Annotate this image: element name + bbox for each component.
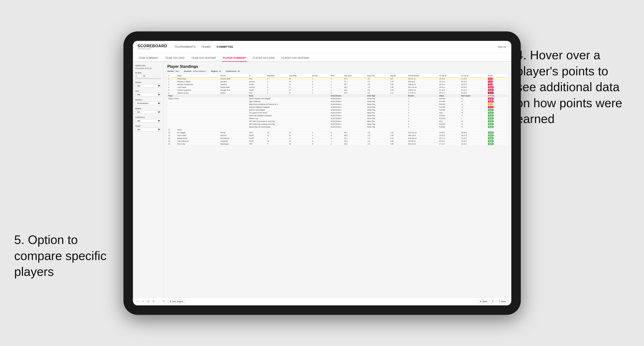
no-rds-from-input[interactable] bbox=[135, 75, 142, 77]
tooltip-row: Amer An Intercollegiate NCAA Division I … bbox=[168, 108, 508, 111]
col-wins: Wins bbox=[330, 74, 344, 77]
table-row: 25 Cole Sherwood Vanderbilt Fourth 12 23… bbox=[168, 140, 508, 142]
col-conf-rank: Conf Rank bbox=[288, 74, 311, 77]
table-row: 5 Christo Lamprecht Georgia Tech Fourth … bbox=[168, 89, 508, 91]
view-icon: 👁 bbox=[170, 300, 172, 303]
watch-icon: 👁 bbox=[480, 300, 482, 303]
main-content: Update time: 27/01/2024 16:56:26 No Rds.… bbox=[133, 62, 511, 297]
filter-row: Gender: Men Division: NCAA Division I Re… bbox=[168, 70, 508, 72]
tooltip-row: Southern Highlands Collegiate NCAA Divis… bbox=[168, 106, 508, 108]
sidebar-region: Region N/A bbox=[135, 107, 161, 114]
no-rds-row bbox=[135, 75, 161, 77]
col-rank: # bbox=[168, 74, 176, 77]
view-original-button[interactable]: 👁 View: Original bbox=[168, 300, 185, 303]
nav-tournaments[interactable]: TOURNAMENTS bbox=[174, 45, 196, 48]
standings-table: # Player School Yr Reg Rank Conf Rank No… bbox=[168, 74, 508, 146]
points-badge[interactable]: 38.49 bbox=[488, 143, 494, 145]
page-wrapper: 4. Hover over a player's points to see a… bbox=[0, 0, 644, 346]
copy-icon[interactable]: ⧉ bbox=[152, 300, 155, 303]
table-row: 4 Luke Claton Florida State Second 5 27 … bbox=[168, 86, 508, 89]
col-adj-score: Adj. Score bbox=[343, 74, 366, 77]
points-badge[interactable]: 40.27 bbox=[488, 134, 494, 137]
sidebar-gender: Gender Men bbox=[135, 81, 161, 88]
tablet-screen: SCOREBOARD Powered by clippi TOURNAMENTS… bbox=[133, 41, 511, 305]
conference-select[interactable]: (All) bbox=[135, 119, 161, 123]
tooltip-row: Williams Cup NCAA Division I Stroke Play… bbox=[168, 117, 508, 120]
col-avg-to-par: Avg to Par bbox=[366, 74, 389, 77]
table-row: 24 Bastien Amat New Mexico Fourth 1 27 2… bbox=[168, 137, 508, 140]
division-select[interactable]: NCAA Division I bbox=[135, 102, 161, 105]
tablet-device: SCOREBOARD Powered by clippi TOURNAMENTS… bbox=[124, 31, 521, 315]
tab-player-summary[interactable]: PLAYER SUMMARY bbox=[222, 55, 247, 62]
table-row: 6 Jackson Kolson Auburn First 2 27 1 0 6… bbox=[168, 91, 508, 94]
sidebar-no-rds: No Rds. bbox=[135, 72, 161, 79]
tooltip-row: The Cypress Point Classic NCAA Division … bbox=[168, 111, 508, 114]
share-icon: ↗ bbox=[498, 300, 500, 303]
points-badge[interactable]: 40.58 bbox=[488, 132, 494, 134]
points-badge[interactable]: 40.02 bbox=[488, 137, 494, 139]
app-logo: SCOREBOARD bbox=[138, 44, 168, 48]
tab-team-h2h-heatmap[interactable]: TEAM H2H HEATMAP bbox=[190, 55, 217, 62]
sidebar-filters: Update time: 27/01/2024 16:56:26 No Rds.… bbox=[133, 62, 164, 297]
tab-player-h2h-grid[interactable]: PLAYER H2H GRID bbox=[252, 55, 276, 62]
standings-title: Player Standings bbox=[168, 64, 508, 69]
download-icon[interactable]: ⬇ bbox=[491, 300, 494, 303]
table-row: 2 Michael Le Sasso Ole Miss Second 1 18 … bbox=[168, 80, 508, 83]
points-badge[interactable]: 68.54 bbox=[488, 86, 494, 88]
filter-region: Region: All bbox=[211, 70, 221, 72]
filter-division: Division: NCAA Division I bbox=[184, 70, 206, 72]
points-badge[interactable]: 70.2 bbox=[488, 83, 493, 85]
bottom-toolbar: ↩ ↪ ⚙ ⧉ ··· ⏱ 👁 View: Original 👁 Watch ⬇… bbox=[133, 297, 511, 305]
watch-button[interactable]: 👁 Watch bbox=[478, 300, 490, 303]
content-area: Player Standings Gender: Men Division: N… bbox=[164, 62, 511, 297]
tooltip-row: SEC Stroke Play hosted by Jerry Pate NCA… bbox=[168, 123, 508, 125]
table-row: 1 Wenyi Ding Arizona State First 1 15 1 … bbox=[168, 77, 508, 80]
col-vs-top50: Vs Top 50 bbox=[460, 74, 487, 77]
tab-team-summary[interactable]: TEAM SUMMARY bbox=[138, 55, 160, 62]
sidebar-player: Player (All) bbox=[135, 125, 161, 131]
redo-icon[interactable]: ↪ bbox=[142, 300, 145, 303]
filter-gender: Gender: Men bbox=[168, 70, 179, 72]
year-select[interactable]: (All) bbox=[135, 93, 161, 96]
table-row: 3 Michael Thorbjornsen Stanford Fourth 1… bbox=[168, 83, 508, 86]
col-player: Player bbox=[176, 74, 220, 77]
col-no-rds: No Rds. bbox=[311, 74, 330, 77]
no-rds-to-input[interactable] bbox=[143, 75, 150, 77]
table-header-row: # Player School Yr Reg Rank Conf Rank No… bbox=[168, 74, 508, 77]
points-badge[interactable]: 38.95 bbox=[488, 140, 494, 142]
more-icon[interactable]: ··· bbox=[157, 300, 160, 303]
clock-icon[interactable]: ⏱ bbox=[162, 300, 166, 303]
col-avg-sg: Avg SG bbox=[389, 74, 407, 77]
points-badge[interactable]: 88.2 bbox=[488, 78, 493, 80]
nav-committee[interactable]: COMMITTEE bbox=[217, 45, 234, 48]
table-row: 23 Jack Lundin Missouri Fourth 11 24 0 1… bbox=[168, 134, 508, 137]
tooltip-row: Wake Forest Invitational at Pinehurst No… bbox=[168, 103, 508, 106]
no-rds-slider[interactable] bbox=[135, 78, 161, 79]
tooltip-row: SEC Match Play hosted by Jerry Pate NCAA… bbox=[168, 120, 508, 123]
annotation-right: 4. Hover over a player's points to see a… bbox=[516, 47, 630, 127]
sidebar-conference: Conference (All) bbox=[135, 116, 161, 123]
points-badge[interactable]: 80.49 bbox=[488, 89, 494, 91]
points-badge[interactable]: 76.3 bbox=[488, 81, 493, 83]
nav-teams[interactable]: TEAMS bbox=[201, 45, 211, 48]
col-overall-record: Overall Record bbox=[407, 74, 438, 77]
table-row: 26 Petr Hruby Washington Fifth 7 23 0 1 … bbox=[168, 142, 508, 145]
region-select[interactable]: N/A bbox=[135, 110, 161, 114]
col-reg-rank: Reg Rank bbox=[266, 74, 288, 77]
settings-icon[interactable]: ⚙ bbox=[147, 300, 150, 303]
tab-player-h2h-heatmap[interactable]: PLAYER H2H HEATMAP bbox=[280, 55, 310, 62]
share-button[interactable]: ↗ Share bbox=[496, 300, 508, 303]
tab-team-h2h-grid[interactable]: TEAM H2H GRID bbox=[164, 55, 186, 62]
table-row: 21 Techs bbox=[168, 128, 508, 131]
points-badge-hovered[interactable]: 68.18 bbox=[488, 92, 494, 94]
annotation-left: 5. Option to compare specific players bbox=[14, 232, 114, 280]
tooltip-row: Mirabel Maui Jim Intercollegiate NCAA Di… bbox=[168, 125, 508, 128]
filter-conference: Conference: All bbox=[226, 70, 240, 72]
gender-select[interactable]: Men bbox=[135, 84, 161, 88]
col-points: Points bbox=[487, 74, 508, 77]
sign-out-link[interactable]: Sign out bbox=[498, 46, 506, 48]
col-yr: Yr bbox=[248, 74, 266, 77]
sidebar-year: Year (All) bbox=[135, 90, 161, 96]
undo-icon[interactable]: ↩ bbox=[136, 300, 140, 303]
player-select[interactable]: (All) bbox=[135, 128, 161, 131]
